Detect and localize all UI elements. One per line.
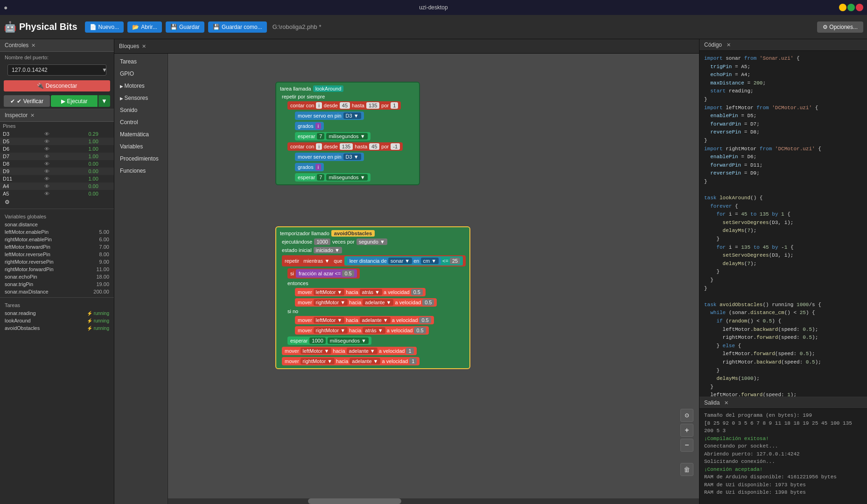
var-name: sonar.trigPin (5, 281, 33, 287)
eye-icon[interactable]: 👁 (42, 168, 66, 175)
avoidObstacles-task-block[interactable]: temporizador llamado avoidObstacles ejec… (275, 226, 470, 369)
right-panel: Código ✕ import sonar from 'Sonar.uzi' {… (699, 39, 867, 504)
execute-label: Ejecutar (67, 98, 88, 105)
move-1b: mover rightMotor ▼ hacia adelante ▼ a ve… (278, 297, 468, 308)
task-name: lookAround (5, 318, 31, 323)
bloques-title: Bloques (119, 43, 139, 49)
eye-icon[interactable]: 👁 (42, 160, 66, 168)
table-row: A5 👁 0.00 (0, 190, 114, 197)
output-close[interactable]: ✕ (724, 400, 728, 406)
var-name: sonar.echoPin (5, 274, 37, 280)
var-value: 18.00 (96, 274, 109, 280)
category-control[interactable]: Control (114, 116, 168, 128)
filepath: G:\roboliga2.phb * (273, 23, 813, 30)
category-funciones[interactable]: Funciones (114, 165, 168, 177)
table-row: D5 👁 1.00 (0, 138, 114, 145)
close-button[interactable] (856, 4, 863, 11)
center-panel: Bloques ✕ Tareas GPIO Motores Sensores (114, 39, 699, 504)
category-tareas[interactable]: Tareas (114, 56, 168, 68)
var-name: leftMotor.forwardPin (5, 244, 50, 250)
task-name: sonar.reading (5, 310, 36, 316)
value2-col-header (101, 122, 114, 130)
minimize-button[interactable] (839, 4, 846, 11)
trash-button[interactable]: 🗑 (680, 463, 693, 476)
table-row: D7 👁 1.00 (0, 153, 114, 160)
pin-name: A4 (0, 182, 42, 190)
wait-block-1: esperar 7 milisegundos ▼ (278, 131, 417, 141)
zoom-out-button[interactable]: − (680, 439, 693, 452)
bloques-close[interactable]: ✕ (142, 43, 146, 49)
opciones-button[interactable]: ⚙ Opciones... (817, 21, 863, 33)
var-value: 200.00 (93, 289, 109, 294)
port-label: Nombre del puerto: (0, 52, 114, 62)
abrir-icon: 📂 (132, 24, 139, 30)
disconnect-button[interactable]: 🔌 Desconectar (4, 80, 110, 91)
lookaround-task-block[interactable]: tarea llamada lookAround repetir por sie… (275, 82, 420, 185)
gear-icon[interactable]: ⚙ (5, 199, 10, 205)
app-logo: 🤖 Physical Bits (4, 21, 77, 33)
var-value: 9.00 (99, 259, 109, 265)
eye-icon[interactable]: 👁 (42, 182, 66, 190)
eye-icon[interactable]: 👁 (42, 138, 66, 145)
controles-close[interactable]: ✕ (31, 42, 35, 49)
zoom-in-button[interactable]: + (680, 424, 693, 437)
guardar-button[interactable]: 💾 Guardar (166, 21, 204, 33)
canvas-area: tarea llamada lookAround repetir por sie… (168, 54, 699, 504)
window-title: uzi-desktop (419, 4, 447, 11)
then-row: entonces (278, 280, 468, 287)
output-line: RAM de Uzi disponible: 1398 bytes (704, 489, 862, 497)
eye-icon[interactable]: 👁 (42, 190, 66, 197)
maximize-button[interactable] (847, 4, 855, 11)
category-matematica[interactable]: Matemática (114, 128, 168, 140)
category-procedimientos[interactable]: Procedimientos (114, 153, 168, 165)
canvas-scrollbar[interactable] (168, 498, 699, 504)
verify-button[interactable]: ✔ ✔ Verificar (4, 95, 50, 107)
center-button[interactable]: ⊙ (680, 409, 693, 422)
global-vars-list: sonar.distance leftMotor.enablePin 5.00 … (0, 221, 114, 295)
eye-icon[interactable]: 👁 (42, 130, 66, 138)
list-item: rightMotor.enablePin 6.00 (0, 236, 114, 243)
code-close[interactable]: ✕ (727, 42, 731, 48)
category-sonido[interactable]: Sonido (114, 104, 168, 116)
if-row: si fracción al azar <= 0.5 (278, 267, 468, 280)
task-header-row: tarea llamada lookAround (278, 84, 417, 93)
logo-icon: 🤖 (4, 21, 16, 33)
eye-icon[interactable]: 👁 (42, 145, 66, 153)
category-motores[interactable]: Motores (114, 80, 168, 92)
app-header: 🤖 Physical Bits 📄 Nuevo... 📂 Abrir... 💾 … (0, 15, 867, 39)
value-col-header (66, 122, 101, 130)
else-row: si no (278, 308, 468, 315)
execute-dropdown-button[interactable]: ▼ (98, 95, 110, 107)
eye-icon[interactable]: 👁 (42, 175, 66, 182)
list-item: sonar.echoPin 18.00 (0, 273, 114, 280)
table-row: A4 👁 0.00 (0, 182, 114, 190)
eye-icon[interactable]: 👁 (42, 153, 66, 160)
category-variables[interactable]: Variables (114, 140, 168, 153)
move-2a: mover leftMotor ▼ hacia adelante ▼ a vel… (278, 315, 468, 325)
output-content: Tamaño del programa (en bytes): 199[8 25… (699, 409, 867, 504)
guardar-como-icon: 💾 (213, 24, 220, 30)
guardar-como-button[interactable]: 💾 Guardar como... (208, 21, 267, 33)
blocks-area: Tareas GPIO Motores Sensores Sonido Cont… (114, 54, 699, 504)
category-gpio[interactable]: GPIO (114, 68, 168, 80)
nuevo-button[interactable]: 📄 Nuevo... (85, 21, 124, 33)
abrir-button[interactable]: 📂 Abrir... (127, 21, 162, 33)
execute-icon: ▶ (61, 98, 65, 105)
pin-value: 0.00 (66, 168, 101, 175)
port-input[interactable] (7, 64, 106, 76)
move-3a: mover leftMotor ▼ hacia adelante ▼ a vel… (278, 346, 468, 356)
move-1a: mover leftMotor ▼ hacia atrás ▼ a veloci… (278, 287, 468, 297)
inspector-section: Inspector ✕ Pines D3 👁 0.29 D5 (0, 109, 114, 504)
pin-value: 0.00 (66, 190, 101, 197)
execute-button[interactable]: ▶ Ejecutar (51, 95, 97, 107)
category-sensores[interactable]: Sensores (114, 92, 168, 104)
table-row: D3 👁 0.29 (0, 130, 114, 138)
inspector-close[interactable]: ✕ (30, 112, 35, 119)
task-name-badge: lookAround (313, 85, 344, 92)
output-line: Solicitando conexión... (704, 458, 862, 466)
inspector-title: Inspector (5, 112, 28, 119)
disconnect-icon: 🔌 (37, 83, 44, 89)
output-panel: Salida ✕ Tamaño del programa (en bytes):… (699, 397, 867, 504)
table-row: D11 👁 1.00 (0, 175, 114, 182)
left-panel: Controles ✕ Nombre del puerto: ▼ 🔌 Desco… (0, 39, 114, 504)
